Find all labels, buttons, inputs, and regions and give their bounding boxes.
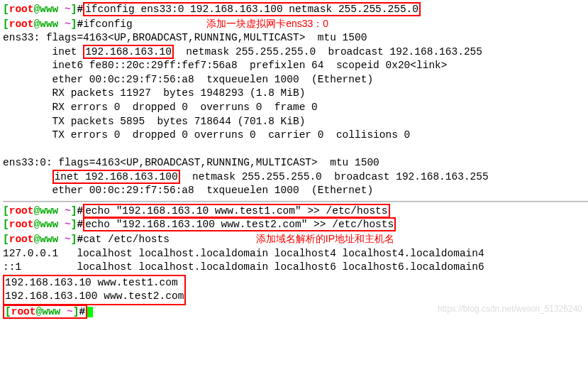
ens33-header: ens33: flags=4163<UP,BROADCAST,RUNNING,M… — [3, 31, 588, 45]
ens33-rxe: RX errors 0 dropped 0 overruns 0 frame 0 — [3, 101, 588, 115]
prompt-hash: # — [77, 4, 83, 15]
terminal-block-2: [root@www ~]#echo "192.168.163.10 www.te… — [3, 204, 588, 320]
cmd-ifconfig: ifconfig — [83, 18, 133, 30]
ens33-ip-box: 192.168.163.10 — [83, 45, 174, 59]
hosts-line-1: 127.0.0.1 localhost localhost.localdomai… — [3, 247, 588, 261]
cmd-cat-hosts: cat /etc/hosts — [83, 234, 170, 245]
prompt-dir: ~ — [65, 4, 71, 15]
ens33-0-header: ens33:0: flags=4163<UP,BROADCAST,RUNNING… — [3, 156, 588, 170]
command-line-4: [root@www ~]#echo "192.168.163.100 www.t… — [3, 218, 588, 232]
terminal-block-1: [root@www ~]#ifconfig ens33:0 192.168.16… — [3, 3, 588, 198]
prompt-box: [root@www ~]# — [3, 305, 87, 319]
ens33-rxp: RX packets 11927 bytes 1948293 (1.8 MiB) — [3, 87, 588, 101]
annotation-hosts: 添加域名解析的IP地址和主机名 — [256, 233, 394, 244]
ens33-inet: inet 192.168.163.10 netmask 255.255.255.… — [3, 45, 588, 60]
cmd-echo-host2: echo "192.168.163.100 www.test2.com" >> … — [83, 217, 396, 231]
cmd-ifconfig-add: ifconfig ens33:0 192.168.163.100 netmask… — [83, 2, 421, 16]
command-line-3: [root@www ~]#echo "192.168.163.10 www.te… — [3, 204, 588, 219]
separator — [3, 201, 588, 202]
cmd-echo-host1: echo "192.168.163.10 www.test1.com" >> /… — [83, 204, 389, 218]
command-line-1: [root@www ~]#ifconfig ens33:0 192.168.16… — [3, 3, 588, 17]
prompt-user: root — [9, 4, 34, 15]
prompt-at: @ — [34, 4, 40, 15]
hosts-line-3: 192.168.163.10 www.test1.com — [5, 276, 184, 290]
ens33-ether: ether 00:0c:29:f7:56:a8 txqueuelen 1000 … — [3, 73, 588, 87]
ens33-txp: TX packets 5895 bytes 718644 (701.8 KiB) — [3, 115, 588, 129]
blank-line — [3, 143, 588, 157]
command-line-5: [root@www ~]#cat /etc/hosts 添加域名解析的IP地址和… — [3, 232, 588, 247]
prompt-host: www — [40, 4, 58, 15]
ens33-0-inet: inet 192.168.163.100 netmask 255.255.255… — [3, 170, 588, 185]
hosts-box: 192.168.163.10 www.test1.com 192.168.163… — [3, 275, 186, 305]
ens33-0-ether: ether 00:0c:29:f7:56:a8 txqueuelen 1000 … — [3, 184, 588, 198]
hosts-line-4: 192.168.163.100 www.test2.com — [5, 290, 184, 304]
ens33-0-ip-box: inet 192.168.163.100 — [52, 170, 180, 184]
hosts-line-2: ::1 localhost localhost.localdomain loca… — [3, 261, 588, 275]
ens33-txe: TX errors 0 dropped 0 overruns 0 carrier… — [3, 129, 588, 143]
cursor-icon — [87, 307, 93, 317]
command-line-2: [root@www ~]#ifconfig 添加一块虚拟网卡ens33：0 — [3, 17, 588, 32]
command-line-6[interactable]: [root@www ~]# — [3, 305, 588, 320]
annotation-add-vnic: 添加一块虚拟网卡ens33：0 — [206, 18, 328, 29]
ens33-inet6: inet6 fe80::20c:29ff:fef7:56a8 prefixlen… — [3, 59, 588, 73]
